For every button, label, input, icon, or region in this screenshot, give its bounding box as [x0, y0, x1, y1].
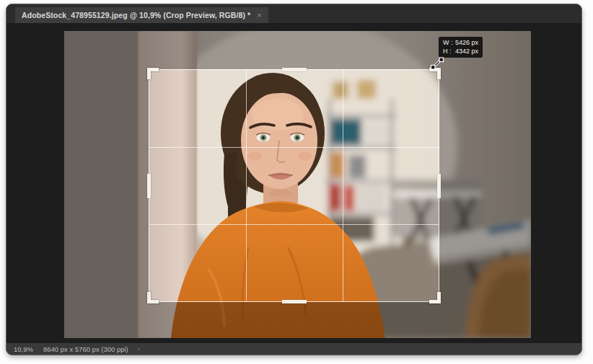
status-bar: 10,9% 8640 px x 5760 px (300 ppi) › [6, 343, 581, 355]
crop-handle-bottom-left[interactable] [147, 292, 159, 303]
zoom-level-field[interactable]: 10,9% [14, 345, 34, 353]
chevron-right-icon[interactable]: › [138, 345, 140, 352]
crop-handle-bottom[interactable] [282, 300, 307, 303]
photoshop-document-window: AdobeStock_478955129.jpeg @ 10,9% (Crop … [6, 4, 582, 355]
crop-height-label: H : [443, 48, 455, 56]
close-icon[interactable]: × [257, 12, 261, 19]
crop-handle-left[interactable] [147, 174, 151, 198]
crop-dimensions-tooltip: W : 5426 px H : 4342 px [439, 37, 483, 58]
crop-grid-vertical-1 [246, 70, 247, 301]
crop-width-value: 5426 px [455, 39, 478, 48]
crop-width-label: W : [443, 39, 455, 48]
crop-handle-top-left[interactable] [147, 68, 159, 79]
document-dimensions-text: 8640 px x 5760 px (300 ppi) [43, 345, 128, 353]
crop-resize-cursor-icon [429, 56, 445, 71]
canvas-area[interactable]: W : 5426 px H : 4342 px [6, 23, 581, 345]
crop-grid-vertical-2 [343, 70, 343, 301]
document-tab-title: AdobeStock_478955129.jpeg @ 10,9% (Crop … [22, 11, 250, 19]
crop-box[interactable] [149, 69, 439, 302]
document-tab[interactable]: AdobeStock_478955129.jpeg @ 10,9% (Crop … [15, 7, 268, 23]
crop-height-value: 4342 px [455, 48, 478, 56]
crop-handle-top[interactable] [282, 68, 307, 71]
crop-handle-right[interactable] [437, 174, 441, 198]
crop-grid-horizontal-2 [149, 224, 439, 225]
crop-grid-horizontal-1 [149, 147, 439, 148]
document-tab-bar: AdobeStock_478955129.jpeg @ 10,9% (Crop … [6, 4, 581, 23]
crop-handle-bottom-right[interactable] [429, 292, 441, 303]
